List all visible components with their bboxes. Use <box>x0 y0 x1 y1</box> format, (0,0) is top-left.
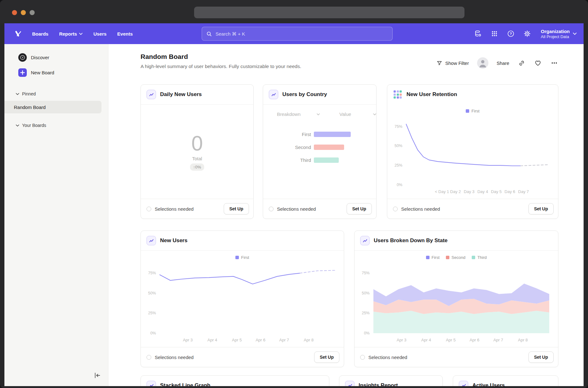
card-title: Insights Report <box>359 382 398 386</box>
search-input[interactable] <box>215 31 388 37</box>
setup-button[interactable]: Set Up <box>224 203 249 214</box>
app-window: Boards Reports Users Events <box>0 0 588 388</box>
retention-chart-area: First 75%50%25%0%< Day 1Day 2Day 3Day 4D… <box>387 104 558 199</box>
primary-nav: Boards Reports Users Events <box>32 31 133 37</box>
setup-button[interactable]: Set Up <box>347 203 372 214</box>
sidebar-item-random-board[interactable]: Random Board <box>4 101 101 113</box>
apps-grid-button[interactable] <box>490 30 499 38</box>
chevron-down-icon <box>317 113 320 115</box>
setup-button[interactable]: Set Up <box>528 351 554 363</box>
nav-item-reports[interactable]: Reports <box>59 31 83 37</box>
status-circle-icon <box>360 355 365 360</box>
svg-text:25%: 25% <box>148 311 156 315</box>
legend-item[interactable]: First <box>235 255 249 260</box>
chevron-down-icon <box>16 93 19 95</box>
chart-legend: First <box>390 107 555 115</box>
svg-text:Apr 8: Apr 8 <box>518 338 528 342</box>
country-row-bar <box>314 157 339 163</box>
setup-button[interactable]: Set Up <box>528 203 554 214</box>
card-insights-report: Insights Report <box>339 375 443 386</box>
svg-text:50%: 50% <box>362 291 370 295</box>
svg-text:Apr 3: Apr 3 <box>397 338 406 342</box>
card-status: Selections needed <box>155 355 193 360</box>
sidebar-collapse-button[interactable] <box>93 371 102 380</box>
new-users-chart-area: First 75%50%25%0%Apr 3Apr 4Apr 5Apr 6Apr… <box>141 251 344 347</box>
help-button[interactable]: ? <box>507 30 515 38</box>
breakdown-dropdown[interactable]: Breakdown <box>263 111 320 117</box>
share-button[interactable]: Share <box>497 60 509 66</box>
setup-button[interactable]: Set Up <box>314 351 339 363</box>
svg-text:Day 2: Day 2 <box>450 189 461 194</box>
svg-text:?: ? <box>510 32 512 36</box>
legend-swatch <box>472 256 475 259</box>
show-filter-button[interactable]: Show Filter <box>436 60 469 66</box>
sidebar-section-your-boards[interactable]: Your Boards <box>4 123 108 128</box>
new-users-chart: 75%50%25%0%Apr 3Apr 4Apr 5Apr 6Apr 7Apr … <box>144 261 341 346</box>
card-users-by-country: Users by Country Breakdown Value FirstSe <box>263 84 377 219</box>
retention-chart: 75%50%25%0%< Day 1Day 2Day 3Day 4Day 5Da… <box>390 115 555 198</box>
collaborator-avatar[interactable] <box>477 57 488 69</box>
global-search <box>202 27 393 41</box>
more-options-button[interactable] <box>550 59 558 67</box>
sidebar-item-new-board[interactable]: New Board <box>4 67 108 78</box>
help-icon: ? <box>507 30 515 37</box>
nav-item-events[interactable]: Events <box>117 31 133 37</box>
legend-item[interactable]: Third <box>472 255 487 260</box>
country-row-label: Third <box>263 157 311 163</box>
legend-item[interactable]: First <box>466 109 479 113</box>
nav-item-users[interactable]: Users <box>93 31 107 37</box>
country-row: First <box>263 131 376 137</box>
country-row: Second <box>263 144 376 150</box>
window-titlebar <box>0 0 588 23</box>
section-label: Your Boards <box>22 123 46 128</box>
page-subtitle: A high-level summary of user behaviors. … <box>141 64 301 69</box>
close-window-button[interactable] <box>12 10 17 15</box>
svg-text:0%: 0% <box>150 331 156 335</box>
card-status: Selections needed <box>155 206 193 212</box>
line-chart-icon <box>147 381 156 386</box>
collapse-left-icon <box>94 372 101 379</box>
sidebar: Discover New Board Pinned Random Board Y… <box>4 44 108 386</box>
sidebar-section-pinned[interactable]: Pinned <box>4 91 108 96</box>
svg-text:Day 4: Day 4 <box>477 189 488 194</box>
zoom-window-button[interactable] <box>30 10 35 15</box>
svg-text:Day 7: Day 7 <box>518 189 529 194</box>
plus-icon <box>18 68 27 77</box>
value-label: Value <box>320 111 371 117</box>
svg-text:25%: 25% <box>395 163 402 168</box>
svg-text:Apr 4: Apr 4 <box>207 338 217 342</box>
legend-label: First <box>471 109 479 113</box>
svg-text:Apr 8: Apr 8 <box>304 338 314 342</box>
card-title: Active Users <box>472 382 505 386</box>
retention-grid-icon <box>393 90 402 99</box>
legend-swatch <box>466 109 469 113</box>
settings-button[interactable] <box>523 30 531 38</box>
top-navbar: Boards Reports Users Events <box>4 23 584 44</box>
copy-link-button[interactable] <box>517 59 526 67</box>
person-icon <box>477 57 488 69</box>
mixpanel-logo[interactable] <box>14 29 23 38</box>
data-management-button[interactable] <box>474 30 482 38</box>
svg-text:Apr 5: Apr 5 <box>232 338 242 342</box>
app-content: Boards Reports Users Events <box>4 23 584 386</box>
status-circle-icon <box>147 207 151 211</box>
address-bar[interactable] <box>194 7 464 18</box>
svg-text:25%: 25% <box>362 311 370 315</box>
legend-item[interactable]: Second <box>446 255 465 260</box>
org-name: Organization <box>541 28 570 34</box>
board-name: Random Board <box>14 105 46 110</box>
svg-text:50%: 50% <box>395 144 402 148</box>
country-row-bar <box>314 145 344 150</box>
heart-icon <box>534 60 541 66</box>
org-switcher[interactable]: Organization All Project Data <box>541 28 577 39</box>
nav-item-boards[interactable]: Boards <box>32 31 49 37</box>
legend-item[interactable]: First <box>426 255 440 260</box>
card-stacked-line-graph: Stacked Line Graph <box>141 375 329 386</box>
value-dropdown[interactable]: Value <box>320 111 377 117</box>
minimize-window-button[interactable] <box>21 10 26 15</box>
sidebar-item-discover[interactable]: Discover <box>4 52 108 63</box>
line-chart-icon <box>269 90 278 99</box>
favorite-button[interactable] <box>534 59 542 67</box>
svg-text:Apr 4: Apr 4 <box>421 338 431 342</box>
metric-value: 0 <box>191 133 203 154</box>
